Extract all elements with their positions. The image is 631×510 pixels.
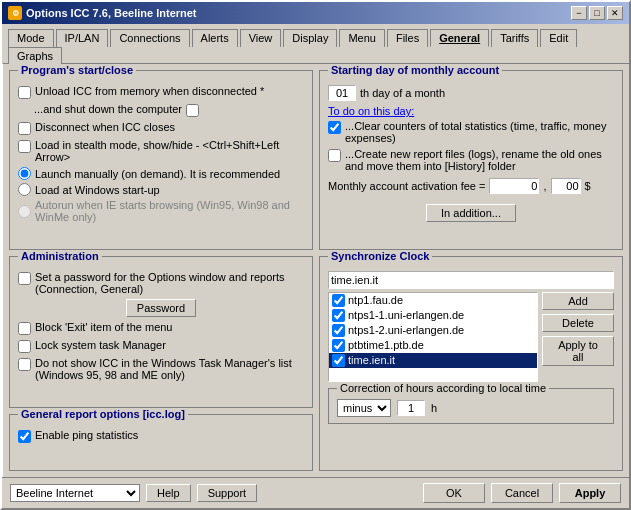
starting-day-group: Starting day of monthly account th day o…: [319, 70, 623, 250]
lock-taskmgr-checkbox[interactable]: [18, 340, 31, 353]
clear-counters-row: ...Clear counters of total statistics (t…: [328, 120, 614, 144]
tab-alerts[interactable]: Alerts: [192, 29, 238, 47]
main-window: ⚙ Options ICC 7.6, Beeline Internet − □ …: [0, 0, 631, 510]
sync-clock-label: Synchronize Clock: [328, 250, 432, 262]
create-reports-checkbox[interactable]: [328, 149, 341, 162]
add-server-button[interactable]: Add: [542, 292, 614, 310]
stealth-label: Load in stealth mode, show/hide - <Ctrl+…: [35, 139, 304, 163]
tab-view[interactable]: View: [240, 29, 282, 47]
block-exit-label: Block 'Exit' item of the menu: [35, 321, 172, 333]
minimize-button[interactable]: −: [571, 6, 587, 20]
fee-cents-input[interactable]: [551, 178, 581, 194]
create-reports-row: ...Create new report files (logs), renam…: [328, 148, 614, 172]
tab-menu[interactable]: Menu: [339, 29, 385, 47]
server-checkbox-3[interactable]: [332, 339, 345, 352]
tab-strip: Mode IP/LAN Connections Alerts View Disp…: [2, 24, 629, 63]
starting-day-label: Starting day of monthly account: [328, 64, 502, 76]
no-icc-taskmgr-checkbox[interactable]: [18, 358, 31, 371]
set-password-row: Set a password for the Options window an…: [18, 271, 304, 295]
in-addition-button[interactable]: In addition...: [426, 204, 516, 222]
correction-direction-select[interactable]: minus plus: [337, 399, 391, 417]
clear-counters-label: ...Clear counters of total statistics (t…: [345, 120, 614, 144]
apply-to-all-button[interactable]: Apply to all: [542, 336, 614, 366]
window-title: Options ICC 7.6, Beeline Internet: [26, 7, 197, 19]
no-icc-taskmgr-label: Do not show ICC in the Windows Task Mana…: [35, 357, 304, 381]
program-start-close-label: Program's start/close: [18, 64, 136, 76]
support-button[interactable]: Support: [197, 484, 258, 502]
stealth-checkbox[interactable]: [18, 140, 31, 153]
correction-hours-input[interactable]: [397, 400, 425, 416]
server-name-2: ntps1-2.uni-erlangen.de: [348, 324, 464, 336]
tab-tariffs[interactable]: Tariffs: [491, 29, 538, 47]
load-at-startup-radio[interactable]: [18, 183, 31, 196]
server-checkbox-1[interactable]: [332, 309, 345, 322]
day-spinner-input[interactable]: [328, 85, 356, 101]
set-password-label: Set a password for the Options window an…: [35, 271, 304, 295]
block-exit-checkbox[interactable]: [18, 322, 31, 335]
sync-clock-group: Synchronize Clock ntp1.fau.de ntps1-1.un…: [319, 256, 623, 471]
day-suffix-label: th day of a month: [360, 87, 445, 99]
tab-general[interactable]: General: [430, 29, 489, 47]
sync-server-list[interactable]: ntp1.fau.de ntps1-1.uni-erlangen.de ntps…: [328, 292, 538, 382]
tab-files[interactable]: Files: [387, 29, 428, 47]
disconnect-row: Disconnect when ICC closes: [18, 121, 304, 135]
tab-display[interactable]: Display: [283, 29, 337, 47]
tab-connections[interactable]: Connections: [110, 29, 189, 47]
enable-ping-checkbox[interactable]: [18, 430, 31, 443]
general-report-label: General report options [icc.log]: [18, 408, 188, 420]
lock-taskmgr-label: Lock system task Manager: [35, 339, 166, 351]
delete-server-button[interactable]: Delete: [542, 314, 614, 332]
program-start-close-group: Program's start/close Unload ICC from me…: [9, 70, 313, 250]
server-checkbox-4[interactable]: [332, 354, 345, 367]
sync-current-server-input[interactable]: [328, 271, 614, 289]
launch-manually-radio[interactable]: [18, 167, 31, 180]
server-name-4: time.ien.it: [348, 354, 395, 366]
unload-icc-label: Unload ICC from memory when disconnected…: [35, 85, 264, 97]
shutdown-row: ...and shut down the computer: [34, 103, 304, 117]
title-bar-controls: − □ ✕: [571, 6, 623, 20]
tab-graphs[interactable]: Graphs: [8, 47, 62, 64]
unload-icc-checkbox[interactable]: [18, 86, 31, 99]
bottom-bar: Beeline Internet Help Support OK Cancel …: [2, 477, 629, 508]
isp-select[interactable]: Beeline Internet: [10, 484, 140, 502]
server-checkbox-2[interactable]: [332, 324, 345, 337]
set-password-checkbox[interactable]: [18, 272, 31, 285]
cancel-button[interactable]: Cancel: [491, 483, 553, 503]
disconnect-checkbox[interactable]: [18, 122, 31, 135]
list-item[interactable]: ntp1.fau.de: [329, 293, 537, 308]
list-item[interactable]: ntps1-1.uni-erlangen.de: [329, 308, 537, 323]
help-button[interactable]: Help: [146, 484, 191, 502]
fee-value-input[interactable]: [489, 178, 539, 194]
list-item[interactable]: ptbtime1.ptb.de: [329, 338, 537, 353]
tab-iplan[interactable]: IP/LAN: [56, 29, 109, 47]
correction-unit-label: h: [431, 402, 437, 414]
title-bar: ⚙ Options ICC 7.6, Beeline Internet − □ …: [2, 2, 629, 24]
todo-link[interactable]: To do on this day:: [328, 105, 414, 117]
clear-counters-checkbox[interactable]: [328, 121, 341, 134]
password-button[interactable]: Password: [126, 299, 196, 317]
title-bar-text: ⚙ Options ICC 7.6, Beeline Internet: [8, 6, 197, 20]
server-name-3: ptbtime1.ptb.de: [348, 339, 424, 351]
server-name-0: ntp1.fau.de: [348, 294, 403, 306]
shutdown-checkbox[interactable]: [186, 104, 199, 117]
close-button[interactable]: ✕: [607, 6, 623, 20]
correction-group: Correction of hours according to local t…: [328, 388, 614, 424]
day-input-row: th day of a month: [328, 85, 614, 101]
correction-label: Correction of hours according to local t…: [337, 382, 549, 394]
load-at-startup-label: Load at Windows start-up: [35, 184, 160, 196]
fee-currency-label: $: [585, 180, 591, 192]
tab-edit[interactable]: Edit: [540, 29, 577, 47]
list-item[interactable]: ntps1-2.uni-erlangen.de: [329, 323, 537, 338]
unload-icc-row: Unload ICC from memory when disconnected…: [18, 85, 304, 99]
no-icc-taskmgr-row: Do not show ICC in the Windows Task Mana…: [18, 357, 304, 381]
sync-list-container: ntp1.fau.de ntps1-1.uni-erlangen.de ntps…: [328, 292, 614, 382]
apply-button[interactable]: Apply: [559, 483, 621, 503]
server-checkbox-0[interactable]: [332, 294, 345, 307]
autorun-ie-radio[interactable]: [18, 205, 31, 218]
fee-separator: ,: [543, 180, 546, 192]
tab-mode[interactable]: Mode: [8, 29, 54, 47]
maximize-button[interactable]: □: [589, 6, 605, 20]
list-item[interactable]: time.ien.it: [329, 353, 537, 368]
ok-button[interactable]: OK: [423, 483, 485, 503]
create-reports-label: ...Create new report files (logs), renam…: [345, 148, 614, 172]
